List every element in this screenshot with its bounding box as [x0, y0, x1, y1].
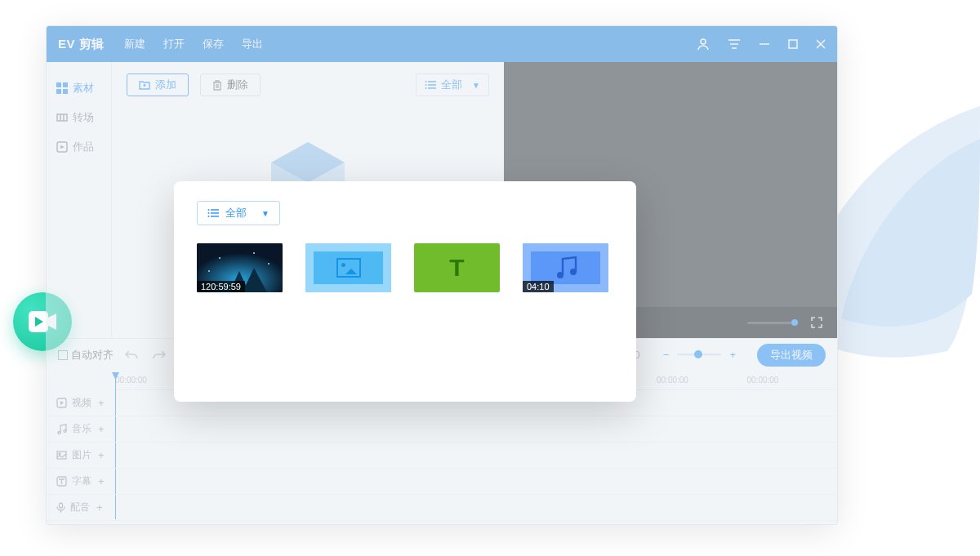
tile-music[interactable]: 04:10 — [523, 243, 608, 292]
menu-open[interactable]: 打开 — [163, 37, 185, 51]
add-folder-icon — [139, 80, 150, 90]
track-label: 配音 — [70, 500, 90, 514]
menu-save[interactable]: 保存 — [203, 37, 224, 51]
mic-icon — [56, 502, 65, 513]
add-button[interactable]: 添加 — [127, 73, 189, 96]
track-label: 视频 — [72, 396, 91, 410]
track-music[interactable]: 音乐 + — [47, 416, 837, 443]
tile-image[interactable] — [305, 243, 391, 292]
svg-point-42 — [570, 269, 577, 275]
svg-point-1 — [701, 39, 706, 44]
svg-point-40 — [208, 270, 210, 272]
toggle-label: 自动对齐 — [71, 348, 114, 363]
export-button[interactable]: 导出视频 — [757, 344, 826, 367]
menu-export[interactable]: 导出 — [242, 37, 263, 51]
menu-new[interactable]: 新建 — [124, 37, 145, 51]
music-icon — [56, 424, 67, 434]
music-icon — [555, 256, 577, 280]
track-label: 音乐 — [72, 422, 91, 436]
add-track-icon[interactable]: + — [98, 449, 105, 461]
subtitle-icon — [56, 476, 67, 487]
track-voiceover[interactable]: 配音 + — [47, 495, 837, 521]
redo-button[interactable] — [149, 349, 169, 361]
theme-icon[interactable] — [728, 39, 741, 49]
user-icon[interactable] — [697, 38, 710, 51]
maximize-icon[interactable] — [788, 39, 798, 49]
fullscreen-button[interactable] — [811, 317, 822, 328]
btn-label: 全部 — [441, 78, 462, 92]
btn-label: 全部 — [225, 206, 247, 220]
auto-align-toggle[interactable]: 自动对齐 — [58, 348, 114, 363]
menu-bar: 新建 打开 保存 导出 — [124, 37, 263, 51]
list-icon — [425, 80, 436, 90]
works-icon — [56, 141, 68, 153]
zoom-control: − + — [663, 349, 736, 361]
camera-icon — [29, 311, 56, 332]
list-icon — [207, 208, 219, 218]
rail-item-label: 素材 — [73, 81, 94, 96]
rail-item-label: 作品 — [73, 140, 94, 154]
image-icon — [56, 451, 67, 460]
zoom-in-button[interactable]: + — [729, 349, 736, 361]
zoom-out-button[interactable]: − — [663, 349, 670, 361]
svg-rect-6 — [63, 89, 68, 94]
trash-icon — [212, 80, 222, 91]
svg-point-34 — [208, 212, 210, 214]
app-brand: EV 剪辑 — [58, 37, 105, 52]
svg-rect-5 — [56, 89, 61, 94]
svg-point-39 — [268, 263, 270, 265]
ruler-tick: 00:00:00 — [747, 371, 838, 389]
svg-point-41 — [557, 272, 564, 278]
close-icon[interactable] — [816, 39, 826, 49]
svg-point-27 — [58, 432, 60, 434]
delete-button[interactable]: 删除 — [200, 73, 261, 96]
chevron-down-icon: ▼ — [261, 209, 270, 218]
btn-label: 删除 — [227, 78, 248, 92]
record-fab[interactable] — [13, 292, 72, 351]
tile-video[interactable]: 120:59:59 — [197, 243, 283, 292]
transition-icon — [56, 112, 68, 123]
tile-duration-badge: 04:10 — [523, 281, 554, 292]
svg-point-10 — [425, 84, 427, 86]
video-icon — [56, 398, 67, 408]
tile-text[interactable]: T — [414, 243, 500, 292]
svg-point-9 — [425, 81, 427, 82]
svg-point-38 — [253, 252, 255, 254]
btn-label: 添加 — [155, 78, 176, 92]
asset-picker-modal: 全部 ▼ 120:59:59 T 04:10 — [174, 181, 636, 402]
filter-button[interactable]: 全部 ▼ — [416, 73, 489, 96]
rail-item-label: 转场 — [73, 110, 94, 125]
volume-slider[interactable] — [747, 322, 795, 324]
checkbox-icon — [58, 350, 68, 360]
grid-icon — [56, 82, 68, 94]
track-label: 字幕 — [72, 474, 91, 488]
rail-transition[interactable]: 转场 — [47, 103, 111, 132]
rail-works[interactable]: 作品 — [47, 132, 111, 162]
titlebar: EV 剪辑 新建 打开 保存 导出 — [47, 26, 837, 62]
chevron-down-icon: ▼ — [472, 81, 480, 90]
track-subtitle[interactable]: 字幕 + — [47, 469, 837, 495]
text-glyph: T — [449, 254, 464, 282]
svg-rect-7 — [57, 114, 67, 121]
ruler-tick: 00:00:00 — [657, 371, 747, 389]
svg-point-11 — [425, 87, 427, 89]
svg-point-30 — [59, 453, 60, 455]
rail-material[interactable]: 素材 — [47, 73, 111, 103]
track-image[interactable]: 图片 + — [47, 443, 837, 469]
add-track-icon[interactable]: + — [98, 397, 105, 409]
tile-duration-badge: 120:59:59 — [197, 281, 245, 292]
svg-point-28 — [64, 430, 66, 433]
modal-filter-button[interactable]: 全部 ▼ — [197, 201, 280, 225]
svg-rect-32 — [60, 503, 63, 508]
undo-button[interactable] — [122, 349, 141, 361]
add-track-icon[interactable]: + — [98, 423, 105, 435]
svg-rect-4 — [63, 82, 68, 87]
add-track-icon[interactable]: + — [96, 501, 103, 514]
image-icon — [336, 258, 361, 278]
zoom-slider[interactable] — [677, 354, 721, 356]
minimize-icon[interactable] — [759, 38, 770, 50]
svg-rect-2 — [789, 40, 797, 48]
svg-point-37 — [219, 257, 220, 259]
add-track-icon[interactable]: + — [98, 475, 105, 487]
track-label: 图片 — [72, 448, 91, 462]
